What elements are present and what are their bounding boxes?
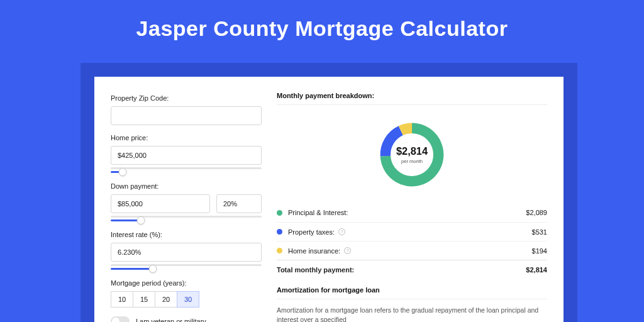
legend-label: Principal & Interest: [288, 209, 348, 216]
calculator-card: Property Zip Code: Home price: Down paym… [94, 77, 564, 322]
zip-label: Property Zip Code: [111, 94, 262, 102]
legend-row: Home insurance:?$194 [277, 241, 547, 260]
results-column: Monthly payment breakdown: $2,814 per mo… [277, 92, 547, 322]
amort-body: Amortization for a mortgage loan refers … [277, 306, 547, 322]
down-amount-input[interactable] [111, 194, 210, 213]
legend-row: Principal & Interest:$2,089 [277, 203, 547, 222]
amort-title: Amortization for mortgage loan [277, 286, 547, 294]
veteran-toggle[interactable] [111, 316, 130, 322]
legend-dot [277, 248, 282, 253]
rate-label: Interest rate (%): [111, 231, 262, 238]
legend-dot [277, 210, 282, 216]
veteran-label: I am veteran or military [136, 318, 206, 322]
rate-slider[interactable] [111, 264, 262, 273]
period-label: Mortgage period (years): [111, 279, 262, 287]
price-label: Home price: [111, 134, 262, 142]
legend-total-row: Total monthly payment:$2,814 [277, 260, 547, 279]
legend: Principal & Interest:$2,089Property taxe… [277, 203, 547, 279]
divider [277, 299, 547, 299]
legend-total-label: Total monthly payment: [277, 266, 354, 274]
price-slider[interactable] [111, 167, 262, 176]
rate-input[interactable] [111, 243, 262, 262]
help-icon[interactable]: ? [344, 247, 351, 254]
price-input[interactable] [111, 146, 262, 165]
svg-text:per month: per month [401, 158, 423, 164]
help-icon[interactable]: ? [338, 228, 345, 235]
svg-text:$2,814: $2,814 [396, 145, 428, 157]
legend-label: Property taxes: [288, 228, 335, 236]
breakdown-title: Monthly payment breakdown: [277, 92, 547, 99]
donut-chart: $2,814 per month [277, 111, 547, 197]
zip-input[interactable] [111, 106, 262, 125]
legend-dot [277, 229, 282, 235]
down-percent-input[interactable] [216, 194, 262, 213]
inputs-column: Property Zip Code: Home price: Down paym… [111, 92, 262, 322]
legend-value: $531 [532, 228, 547, 236]
divider [277, 104, 547, 105]
legend-value: $2,089 [526, 209, 547, 216]
legend-value: $194 [532, 247, 547, 255]
period-option-20[interactable]: 20 [155, 291, 177, 308]
page-title: Jasper County Mortgage Calculator [0, 0, 644, 50]
legend-row: Property taxes:?$531 [277, 222, 547, 241]
period-option-10[interactable]: 10 [111, 291, 133, 308]
card-frame: Property Zip Code: Home price: Down paym… [80, 63, 577, 322]
legend-label: Home insurance: [288, 247, 340, 255]
down-slider[interactable] [111, 216, 262, 225]
period-option-15[interactable]: 15 [133, 291, 155, 308]
down-label: Down payment: [111, 182, 262, 190]
period-option-30[interactable]: 30 [177, 291, 199, 308]
legend-total-value: $2,814 [526, 266, 547, 274]
period-segmented: 10152030 [111, 291, 262, 308]
